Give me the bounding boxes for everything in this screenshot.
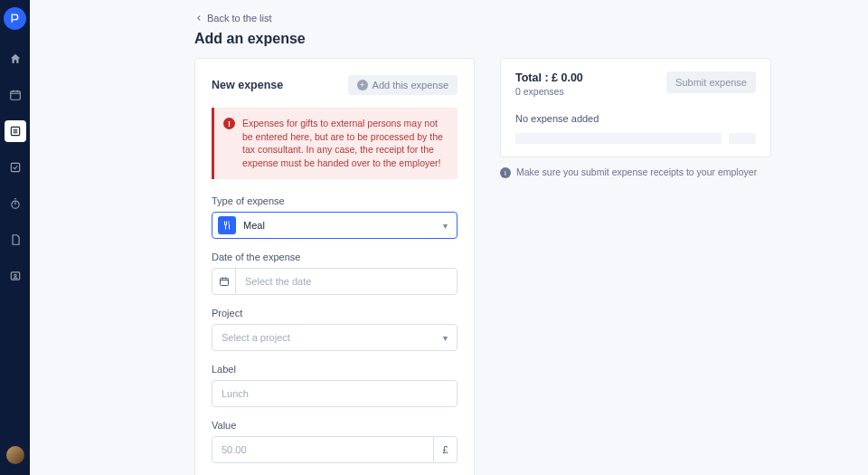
sidenav xyxy=(0,0,30,475)
add-expense-button[interactable]: + Add this expense xyxy=(348,75,458,95)
summary-card: Total : £ 0.00 0 expenses Submit expense… xyxy=(500,58,771,157)
nav-expenses[interactable] xyxy=(5,120,26,142)
stopwatch-icon xyxy=(9,197,22,210)
value-placeholder: 50.00 xyxy=(222,444,247,455)
nav-calendar[interactable] xyxy=(5,84,26,106)
warning-text: Expenses for gifts to external persons m… xyxy=(242,117,447,170)
submit-expense-button[interactable]: Submit expense xyxy=(666,71,756,93)
date-placeholder: Select the date xyxy=(245,276,311,287)
value-input[interactable]: 50.00 xyxy=(212,436,434,463)
nav-home[interactable] xyxy=(5,48,26,70)
info-icon: i xyxy=(500,167,511,178)
nav-tasks[interactable] xyxy=(5,157,26,178)
id-icon xyxy=(9,270,22,282)
nav-timer[interactable] xyxy=(5,193,26,214)
chevron-down-icon: ▾ xyxy=(443,220,448,230)
main-content: Back to the list Add an expense New expe… xyxy=(30,0,868,475)
skeleton-row xyxy=(515,133,756,144)
avatar[interactable] xyxy=(6,446,24,464)
project-placeholder: Select a project xyxy=(222,332,290,343)
check-icon xyxy=(9,161,22,174)
calendar-prefix-icon xyxy=(212,269,236,294)
project-select[interactable]: Select a project ▾ xyxy=(212,324,458,351)
nav-documents[interactable] xyxy=(5,229,26,251)
plus-icon: + xyxy=(357,80,368,90)
currency-label: £ xyxy=(434,436,458,463)
date-input[interactable]: Select the date xyxy=(212,268,458,295)
svg-point-5 xyxy=(14,274,15,276)
project-label: Project xyxy=(212,308,458,318)
warning-banner: ! Expenses for gifts to external persons… xyxy=(212,108,458,179)
type-select[interactable]: Meal ▾ xyxy=(212,212,458,239)
home-icon xyxy=(9,52,22,65)
back-link-label: Back to the list xyxy=(207,13,272,24)
back-link[interactable]: Back to the list xyxy=(194,13,272,24)
svg-rect-6 xyxy=(220,278,228,285)
meal-icon xyxy=(218,216,236,234)
hint-text: Make sure you submit expense receipts to… xyxy=(516,166,757,177)
label-placeholder: Lunch xyxy=(222,388,249,399)
add-expense-label: Add this expense xyxy=(373,80,448,90)
no-expense-label: No expense added xyxy=(515,113,756,124)
chevron-down-icon: ▾ xyxy=(443,332,448,342)
submit-expense-label: Submit expense xyxy=(675,77,747,88)
form-title: New expense xyxy=(212,79,283,91)
logo xyxy=(4,7,26,30)
type-label: Type of expense xyxy=(212,195,458,206)
calendar-icon xyxy=(9,89,22,101)
total-label: Total : £ 0.00 xyxy=(515,71,583,84)
warning-icon: ! xyxy=(223,118,235,129)
expense-count: 0 expenses xyxy=(515,86,583,97)
nav-profile[interactable] xyxy=(5,265,26,287)
svg-rect-0 xyxy=(10,91,20,100)
label-input[interactable]: Lunch xyxy=(212,380,458,407)
expense-form-card: New expense + Add this expense ! Expense… xyxy=(194,58,475,475)
label-field-label: Label xyxy=(212,364,458,375)
list-icon xyxy=(9,125,22,138)
date-label: Date of the expense xyxy=(212,252,458,262)
svg-rect-2 xyxy=(11,163,19,171)
chevron-left-icon xyxy=(194,14,203,23)
type-value: Meal xyxy=(243,220,265,231)
hint: i Make sure you submit expense receipts … xyxy=(500,166,771,178)
page-title: Add an expense xyxy=(194,31,868,47)
value-field-label: Value xyxy=(212,420,458,431)
document-icon xyxy=(9,233,22,246)
